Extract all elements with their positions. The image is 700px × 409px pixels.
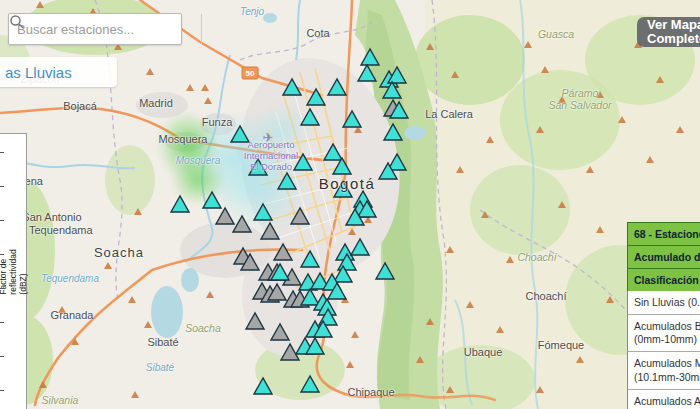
peak-icon [586, 166, 594, 173]
peak-icon [451, 71, 459, 78]
station-marker[interactable] [358, 65, 376, 81]
station-marker[interactable] [254, 204, 272, 220]
peak-icon [206, 291, 214, 298]
rain-legend: 68 - Estaciones Llu Acumulado de Clasifi… [627, 222, 700, 409]
rain-layer-panel[interactable]: as Lluvias [0, 57, 117, 87]
station-marker[interactable] [249, 159, 267, 175]
station-marker[interactable] [384, 124, 402, 140]
station-marker[interactable] [376, 263, 394, 279]
peak-icon [204, 97, 212, 104]
station-marker[interactable] [334, 181, 352, 197]
station-marker[interactable] [301, 376, 319, 392]
peak-icon [486, 136, 494, 143]
colorbar-tick [0, 288, 4, 289]
peak-icon [351, 331, 359, 338]
legend-header-classification: Clasificación va [627, 268, 700, 291]
peak-icon [481, 211, 489, 218]
peak-icon [506, 256, 514, 263]
peak-icon [676, 126, 684, 133]
search-button[interactable] [201, 14, 202, 44]
peak-icon [104, 262, 112, 269]
colorbar-tick [0, 186, 4, 187]
station-marker[interactable] [274, 244, 292, 260]
station-marker[interactable] [301, 109, 319, 125]
peak-icon [558, 201, 566, 208]
peak-icon [606, 296, 614, 303]
station-marker[interactable] [328, 79, 346, 95]
station-marker[interactable] [294, 154, 312, 170]
colorbar-tick [0, 220, 4, 221]
peak-icon [131, 391, 139, 398]
station-marker[interactable] [324, 144, 342, 160]
station-search [8, 13, 182, 45]
colorbar-tick [0, 254, 4, 255]
reflectivity-colorbar: Factor de reflectividad (dBZ) [0, 133, 27, 409]
peak-icon [536, 126, 544, 133]
legend-header-count: 68 - Estaciones Llu [627, 222, 700, 245]
station-marker[interactable] [301, 251, 319, 267]
peak-icon [558, 96, 566, 103]
peak-icon [541, 66, 549, 73]
peak-icon [71, 338, 79, 345]
station-marker[interactable] [246, 313, 264, 329]
full-map-button[interactable]: Ver Mapa Completo [637, 17, 700, 47]
station-marker[interactable] [281, 344, 299, 360]
station-marker[interactable] [203, 192, 221, 208]
station-marker[interactable] [351, 239, 369, 255]
colorbar-label: Factor de reflectividad (dBZ) [0, 249, 28, 294]
colorbar-tick [0, 322, 4, 323]
peak-icon [618, 116, 626, 123]
station-marker[interactable] [254, 378, 272, 394]
search-icon [9, 14, 25, 30]
legend-row-moderate: Acumulados Mode (10.1mm-30mm) [627, 352, 700, 389]
station-marker[interactable] [307, 89, 325, 105]
peak-icon [446, 386, 454, 393]
peak-icon [496, 326, 504, 333]
peak-icon [466, 301, 474, 308]
peak-icon [456, 166, 464, 173]
station-marker[interactable] [271, 324, 289, 340]
station-marker[interactable] [278, 173, 296, 189]
peak-icon [39, 381, 47, 388]
peak-icon [146, 68, 154, 75]
peak-icon [128, 296, 136, 303]
station-marker[interactable] [283, 79, 301, 95]
peak-icon [446, 246, 454, 253]
airport-icon: ✈ [263, 130, 274, 145]
station-marker[interactable] [216, 208, 234, 224]
colorbar-tick [0, 356, 4, 357]
rain-layer-panel-title: as Lluvias [5, 64, 72, 81]
peak-icon [201, 84, 209, 91]
search-input[interactable] [9, 14, 201, 44]
legend-row-low: Acumulados Bajos (0mm-10mm) [627, 315, 700, 352]
station-marker[interactable] [171, 196, 189, 212]
station-marker[interactable] [261, 223, 279, 239]
peak-icon [348, 228, 356, 235]
peak-icon [36, 1, 44, 8]
rain-stations-map-app: TenjoCotaGuascaZipacónBojacáMadridFunzaM… [0, 0, 700, 409]
peak-icon [596, 91, 604, 98]
peak-icon [144, 321, 152, 328]
peak-icon [58, 306, 66, 313]
station-marker[interactable] [231, 126, 249, 142]
peak-icon [426, 318, 434, 325]
station-marker[interactable] [291, 208, 309, 224]
road-shield: 50 [242, 67, 259, 80]
peak-icon [576, 356, 584, 363]
peak-icon [524, 41, 532, 48]
peak-icon [656, 76, 664, 83]
legend-row-no-rain: Sin Lluvias (0.0) [627, 291, 700, 315]
legend-header-accumulated: Acumulado de [627, 245, 700, 268]
peak-icon [426, 43, 434, 50]
colorbar-tick [0, 152, 4, 153]
peak-icon [536, 386, 544, 393]
station-marker[interactable] [233, 216, 251, 232]
station-marker[interactable] [361, 49, 379, 65]
peak-icon [646, 156, 654, 163]
peak-icon [596, 226, 604, 233]
peak-icon [134, 208, 142, 215]
peak-icon [416, 356, 424, 363]
peak-icon [346, 361, 354, 368]
colorbar-tick [0, 390, 4, 391]
station-marker[interactable] [343, 111, 361, 127]
